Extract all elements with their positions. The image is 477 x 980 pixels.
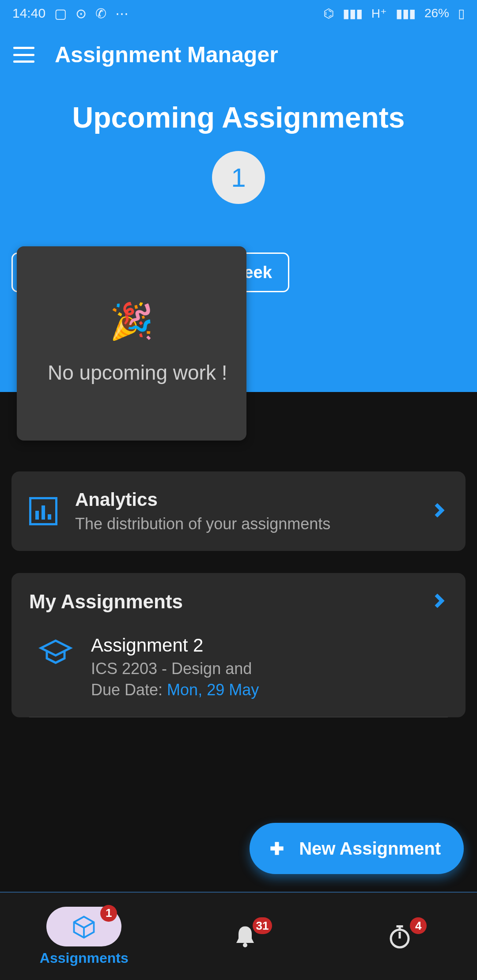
stopwatch-icon — [386, 923, 413, 950]
status-bar: 14:40 ▢ ⊙ ✆ ⋯ ⌬ ▮▮▮ H⁺ ▮▮▮ 26% ▯ — [0, 0, 477, 26]
status-time: 14:40 — [12, 6, 45, 21]
chevron-right-icon — [430, 501, 448, 521]
nav-timer-badge: 4 — [410, 917, 427, 934]
battery-text: 26% — [424, 6, 449, 20]
whatsapp-icon: ✆ — [95, 6, 106, 21]
assignment-name: Assignment 2 — [91, 635, 259, 656]
signal2-icon: ▮▮▮ — [396, 6, 416, 21]
more-icon: ⋯ — [115, 6, 129, 21]
empty-state-card: 🎉 No upcoming work ! — [17, 246, 246, 441]
fab-label: New Assignment — [299, 839, 441, 859]
play-icon: ⊙ — [76, 6, 87, 21]
graduation-cap-icon — [38, 635, 73, 672]
due-label: Due Date: — [91, 681, 167, 699]
nav-notifications[interactable]: 31 — [208, 916, 283, 956]
signal-icon: ▮▮▮ — [343, 6, 363, 21]
assignment-course: ICS 2203 - Design and — [91, 660, 259, 678]
battery-icon: ▯ — [458, 6, 465, 21]
app-title: Assignment Manager — [55, 42, 278, 68]
barchart-icon — [29, 497, 57, 525]
my-assignments-card: My Assignments Assignment 2 ICS 2203 - D… — [11, 573, 466, 717]
new-assignment-fab[interactable]: New Assignment — [250, 823, 464, 874]
plus-icon — [267, 839, 287, 858]
analytics-title: Analytics — [75, 489, 330, 510]
party-icon: 🎉 — [110, 301, 154, 342]
app-bar: Assignment Manager — [0, 26, 477, 83]
data-icon: H⁺ — [371, 6, 387, 21]
analytics-card[interactable]: Analytics The distribution of your assig… — [11, 471, 466, 551]
nav-notifications-badge: 31 — [253, 917, 273, 934]
nav-assignments-label: Assignments — [40, 950, 129, 966]
nav-assignments[interactable]: 1 Assignments — [40, 907, 129, 966]
due-date: Mon, 29 May — [167, 681, 259, 699]
svg-point-2 — [243, 943, 247, 947]
upcoming-title: Upcoming Assignments — [0, 101, 477, 134]
bottom-nav: 1 Assignments 31 4 — [0, 892, 477, 980]
my-assignments-title: My Assignments — [29, 591, 183, 613]
nav-assignments-badge: 1 — [100, 905, 117, 922]
chevron-right-icon[interactable] — [430, 592, 448, 611]
empty-message: No upcoming work ! — [34, 360, 227, 386]
upcoming-count-badge: 1 — [212, 151, 265, 204]
gallery-icon: ▢ — [54, 6, 67, 21]
bluetooth-icon: ⌬ — [323, 6, 334, 21]
analytics-subtitle: The distribution of your assignments — [75, 515, 330, 533]
box-icon — [71, 913, 97, 940]
menu-icon[interactable] — [13, 47, 34, 63]
nav-timer[interactable]: 4 — [362, 916, 437, 956]
assignment-row[interactable]: Assignment 2 ICS 2203 - Design and Due D… — [29, 635, 448, 717]
